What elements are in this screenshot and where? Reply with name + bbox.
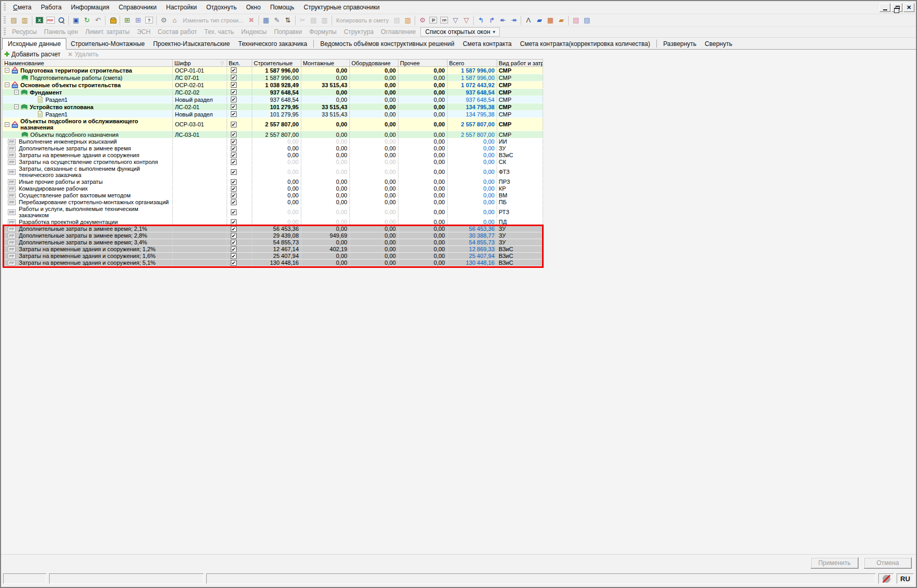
tree-collapse-box[interactable]: − [5, 122, 9, 127]
materials-bricks-icon[interactable]: ▦ [545, 15, 556, 26]
include-checkbox[interactable]: ✔ [231, 75, 237, 80]
column-header-equipment[interactable]: Оборудование [350, 60, 398, 66]
tree-collapse-box[interactable]: − [14, 104, 19, 109]
table-row[interactable]: РРЗатраты, связанные с выполнением функц… [3, 166, 543, 179]
pdf-export-icon[interactable]: PDF [45, 15, 56, 26]
excel-export-icon[interactable]: X [34, 15, 45, 26]
table-row[interactable]: РРРаботы и услуги, выполняемые техническ… [3, 206, 543, 219]
tab-construction-installation[interactable]: Строительно-Монтажные [66, 39, 149, 49]
menu-nastroiki[interactable]: Настройки [161, 3, 202, 12]
resources-pr-icon[interactable]: ПР [439, 15, 450, 26]
column-header-included[interactable]: Вкл. [227, 60, 252, 66]
tree-collapse-box[interactable]: − [14, 90, 19, 95]
recalculate-icon[interactable]: ⚙ [158, 15, 169, 26]
restore-button[interactable] [891, 3, 902, 12]
layers-blue-icon[interactable]: ▤ [581, 15, 592, 26]
table-row[interactable]: Раздел1Новый раздел✔937 648,540,000,000,… [3, 96, 543, 103]
include-checkbox[interactable]: ✔ [231, 139, 237, 145]
menu-rabota[interactable]: Работа [36, 3, 66, 12]
open-windows-list-button[interactable]: Список открытых окон ▾ [420, 27, 500, 37]
level-right-icon[interactable]: ↠ [508, 15, 519, 26]
menu-smeta[interactable]: Смета [8, 3, 36, 12]
tab-design-survey[interactable]: Проектно-Изыскательские [149, 39, 234, 49]
include-checkbox[interactable]: ✔ [231, 104, 237, 110]
toolbar-grip[interactable] [4, 16, 6, 25]
equipment-truck-icon[interactable]: ▰ [556, 15, 567, 26]
table-row[interactable]: РРДополнительные затраты в зимнее время;… [3, 232, 543, 239]
menu-otdohnut[interactable]: Отдохнуть [202, 3, 241, 12]
undo-icon[interactable]: ↶ [92, 15, 103, 26]
minimize-button[interactable] [879, 3, 890, 12]
table-row[interactable]: −Устройство котлованаЛС-02-01✔101 279,95… [3, 103, 543, 111]
panelbar-grip[interactable] [4, 28, 6, 36]
table-row[interactable]: Объекты подсобного назначенияЛС-03-01✔2 … [3, 131, 543, 138]
menu-pomosch[interactable]: Помощь [265, 3, 299, 12]
refresh-icon[interactable]: ↻ [81, 15, 92, 26]
machines-truck-icon[interactable]: ▰ [534, 15, 545, 26]
include-checkbox[interactable]: ✔ [231, 209, 237, 215]
include-checkbox[interactable]: ✔ [231, 146, 237, 151]
works-icon[interactable]: Λ [523, 15, 534, 26]
tree-structure-icon[interactable]: ▤ [8, 15, 19, 26]
add-row-icon[interactable]: ⊞ [122, 15, 133, 26]
level-up-icon[interactable]: ↰ [475, 15, 486, 26]
tab-volumes-statement[interactable]: Ведомость объёмов конструктивных решений [316, 39, 458, 49]
include-checkbox[interactable]: ✔ [231, 246, 237, 252]
add-calculation-button[interactable]: ✚ Добавить расчет [4, 51, 61, 58]
include-checkbox[interactable]: ✔ [231, 199, 237, 205]
include-checkbox[interactable]: ✔ [231, 67, 237, 73]
close-button[interactable]: ✕ [903, 3, 914, 12]
table-row[interactable]: РРЗатраты на временные здания и сооружен… [3, 246, 543, 253]
edit-params-icon[interactable]: ✎ [272, 15, 283, 26]
tab-expand-all[interactable]: Развернуть [659, 39, 701, 49]
include-checkbox[interactable]: ✔ [231, 97, 237, 102]
table-row[interactable]: −Объекты подсобного и обслуживающего наз… [3, 118, 543, 131]
add-subrow-icon[interactable]: ⊞ [133, 15, 144, 26]
column-header-other[interactable]: Прочее [398, 60, 448, 66]
level-left-icon[interactable]: ↞ [497, 15, 508, 26]
tab-collapse-all[interactable]: Свернуть [701, 39, 737, 49]
table-row[interactable]: Подготовительные работы (смета)ЛС 07-01✔… [3, 74, 543, 81]
include-checkbox[interactable]: ✔ [231, 132, 237, 137]
table-row[interactable]: РРЗатраты на осуществление строительного… [3, 159, 543, 166]
table-row[interactable]: −Подготовка территории строительстваОСР-… [3, 67, 543, 74]
include-checkbox[interactable]: ✔ [231, 89, 237, 95]
level-up-all-icon[interactable]: ↱ [486, 15, 497, 26]
include-checkbox[interactable]: ✔ [231, 233, 237, 239]
tree-levels-icon[interactable]: ▥ [19, 15, 30, 26]
column-header-installation[interactable]: Монтажные [301, 60, 350, 66]
search-icon[interactable] [56, 15, 67, 26]
filter-edit-icon[interactable]: ▽ [450, 15, 461, 26]
resources-calc-icon[interactable]: ▦ [261, 15, 272, 26]
lock-icon[interactable] [107, 15, 118, 26]
include-checkbox[interactable]: ✔ [231, 122, 237, 127]
language-indicator[interactable]: RU [897, 573, 914, 584]
include-checkbox[interactable]: ✔ [231, 82, 237, 88]
include-checkbox[interactable]: ✔ [231, 240, 237, 245]
include-checkbox[interactable]: ✔ [231, 159, 237, 165]
table-row[interactable]: −Основные объекты строительстваОСР-02-01… [3, 81, 543, 89]
include-checkbox[interactable]: ✔ [231, 253, 237, 259]
table-row[interactable]: РРЗатраты на временные здания и сооружен… [3, 253, 543, 260]
object-update-icon[interactable]: ⌂ [169, 15, 180, 26]
table-row[interactable]: РРОсуществление работ вахтовым методом✔0… [3, 192, 543, 199]
save-icon[interactable]: ▣ [70, 15, 81, 26]
column-header-construction[interactable]: Строительные [252, 60, 301, 66]
table-row[interactable]: РРДополнительные затраты в зимнее время;… [3, 239, 543, 246]
include-checkbox[interactable]: ✔ [231, 186, 237, 192]
include-checkbox[interactable]: ✔ [231, 193, 237, 198]
column-header-total[interactable]: Всего [448, 60, 497, 66]
comment-icon[interactable]: ? [144, 15, 155, 26]
tree-collapse-box[interactable]: − [5, 83, 9, 87]
layers-pink-icon[interactable]: ▤ [570, 15, 581, 26]
menu-strukturnye-spravochniki[interactable]: Структурные справочники [299, 3, 384, 12]
include-checkbox[interactable]: ✔ [231, 179, 237, 185]
include-checkbox[interactable]: ✔ [231, 111, 237, 117]
column-header-code[interactable]: Шифр▽ [173, 60, 227, 66]
paste-buffer-icon[interactable]: ▥ [402, 15, 413, 26]
table-row[interactable]: РРЗатраты на временные здания и сооружен… [3, 260, 543, 266]
menu-okno[interactable]: Окно [241, 3, 265, 12]
cost-settings-icon[interactable]: ⚙ [417, 15, 428, 26]
tab-contract-estimate-qty[interactable]: Смета контракта(корректировка количества… [516, 39, 654, 49]
table-row[interactable]: РРВыполнение инженерных изысканий✔0,000,… [3, 138, 543, 145]
